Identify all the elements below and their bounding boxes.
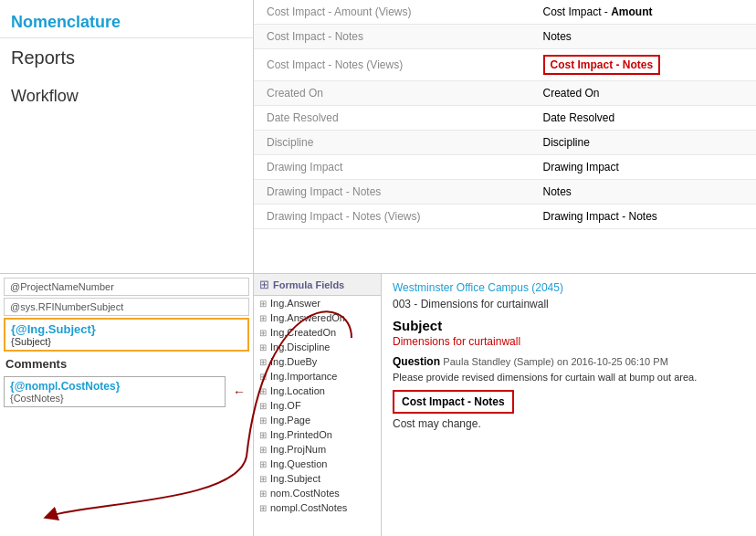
fields-table: Cost Impact - Amount (Views)Cost Impact … [254,0,756,273]
field-value-cell: Date Resolved [530,106,757,131]
ing-subject-blue: {@Ing.Subject} [11,322,242,336]
formula-item-label: Ing.CreatedOn [270,327,336,338]
formula-list-item[interactable]: ⊞Ing.CreatedOn [254,325,381,340]
preview-cost-value: Cost may change. [393,417,745,430]
formula-list-item[interactable]: ⊞Ing.Location [254,384,381,398]
field-name-cell: Created On [254,81,530,106]
formula-list-item[interactable]: ⊞Ing.DueBy [254,354,381,369]
ing-subject-sub: {Subject} [11,336,242,347]
left-sidebar: Nomenclature Reports Workflow [0,0,254,273]
field-name-cell: Date Resolved [254,106,530,131]
formula-list-item[interactable]: ⊞Ing.OF [254,398,381,413]
nompl-costnotes-field[interactable]: {@nompl.CostNotes} {CostNotes} [4,376,226,407]
field-value-cell: Created On [530,81,757,106]
preview-panel: Westminster Office Campus (2045) 003 - D… [382,274,756,536]
formula-item-icon: ⊞ [259,328,267,338]
preview-cost-box: Cost Impact - Notes [393,390,514,414]
report-editor: @ProjectNameNumber @sys.RFINumberSubject… [0,274,254,536]
project-name-field[interactable]: @ProjectNameNumber [4,278,249,296]
formula-list-item[interactable]: ⊞nom.CostNotes [254,486,381,500]
field-name-cell: Cost Impact - Notes [254,25,530,49]
formula-item-label: Ing.Answer [270,298,320,309]
field-name-cell: Cost Impact - Amount (Views) [254,0,530,25]
formula-item-label: Ing.PrintedOn [270,429,332,440]
field-value-cell: Discipline [530,131,757,155]
formula-list-item[interactable]: ⊞Ing.AnsweredOn [254,310,381,325]
formula-item-label: Ing.Location [270,385,325,396]
formula-list-item[interactable]: ⊞nompl.CostNotes [254,500,381,515]
formula-item-icon: ⊞ [259,313,267,323]
formula-header: ⊞ Formula Fields [254,274,381,296]
field-name-cell: Drawing Impact [254,155,530,180]
field-value-cell: Drawing Impact - Notes [530,205,757,229]
field-name-cell: Discipline [254,131,530,155]
preview-rfi: 003 - Dimensions for curtainwall [393,298,745,310]
formula-list-item[interactable]: ⊞Ing.Page [254,413,381,427]
formula-item-label: Ing.Subject [270,473,320,484]
preview-cost-label: Cost Impact - Notes [402,395,505,408]
formula-list: ⊞Ing.Answer⊞Ing.AnsweredOn⊞Ing.CreatedOn… [254,296,381,515]
formula-item-icon: ⊞ [259,459,267,469]
formula-item-icon: ⊞ [259,445,267,455]
left-arrow-icon: ← [233,384,246,399]
comments-label: Comments [0,353,253,374]
formula-item-label: Ing.Importance [270,371,337,382]
formula-item-label: Ing.OF [270,400,301,411]
formula-list-item[interactable]: ⊞Ing.Answer [254,296,381,310]
field-value-cell: Notes [530,25,757,49]
formula-item-label: Ing.DueBy [270,356,317,367]
formula-icon: ⊞ [259,278,269,291]
field-value-cell: Cost Impact - Amount [530,0,757,25]
formula-item-icon: ⊞ [259,474,267,484]
nompl-costnotes-sub: {CostNotes} [10,393,219,404]
formula-item-icon: ⊞ [259,430,267,440]
formula-list-item[interactable]: ⊞Ing.ProjNum [254,442,381,457]
formula-item-icon: ⊞ [259,489,267,499]
sidebar-item-workflow[interactable]: Workflow [0,78,253,115]
formula-item-icon: ⊞ [259,357,267,367]
formula-item-icon: ⊞ [259,415,267,426]
nomenclature-title: Nomenclature [0,7,253,38]
preview-question-text: Please provide revised dimensions for cu… [393,372,745,383]
preview-question-label: Question [393,355,440,368]
rfi-subject-field[interactable]: @sys.RFINumberSubject [4,298,249,316]
ing-subject-field[interactable]: {@Ing.Subject} {Subject} [4,318,249,352]
arrow-indicator: ← [229,383,253,401]
formula-header-label: Formula Fields [273,279,344,290]
sidebar-item-reports[interactable]: Reports [0,38,253,78]
field-name-cell: Drawing Impact - Notes (Views) [254,205,530,229]
field-name-cell: Drawing Impact - Notes [254,180,530,205]
preview-question-meta: Paula Standley (Sample) on 2016-10-25 06… [443,356,667,367]
formula-list-item[interactable]: ⊞Ing.Question [254,457,381,471]
formula-item-label: nom.CostNotes [270,488,340,499]
formula-item-icon: ⊞ [259,372,267,382]
formula-list-item[interactable]: ⊞Ing.Discipline [254,340,381,354]
preview-subject-value: Dimensions for curtainwall [393,335,745,348]
preview-project: Westminster Office Campus (2045) [393,281,745,294]
field-value-cell: Notes [530,180,757,205]
formula-list-item[interactable]: ⊞Ing.Subject [254,471,381,486]
formula-item-label: Ing.Discipline [270,342,330,352]
field-value-cell: Drawing Impact [530,155,757,180]
field-value-cell: Cost Impact - Notes [530,49,757,81]
formula-list-item[interactable]: ⊞Ing.PrintedOn [254,427,381,442]
formula-item-icon: ⊞ [259,342,267,352]
formula-item-icon: ⊞ [259,299,267,309]
formula-item-icon: ⊞ [259,386,267,396]
field-name-cell: Cost Impact - Notes (Views) [254,49,530,81]
formula-item-label: Ing.ProjNum [270,444,326,455]
nompl-costnotes-blue: {@nompl.CostNotes} [10,380,219,393]
formula-item-label: Ing.AnsweredOn [270,312,345,323]
formula-item-label: Ing.Page [270,415,310,426]
formula-item-icon: ⊞ [259,503,267,513]
formula-item-icon: ⊞ [259,401,267,411]
formula-list-item[interactable]: ⊞Ing.Importance [254,369,381,384]
preview-subject-label: Subject [393,318,745,333]
formula-item-label: nompl.CostNotes [270,502,347,513]
formula-item-label: Ing.Question [270,458,327,469]
formula-panel: ⊞ Formula Fields ⊞Ing.Answer⊞Ing.Answere… [254,274,382,536]
